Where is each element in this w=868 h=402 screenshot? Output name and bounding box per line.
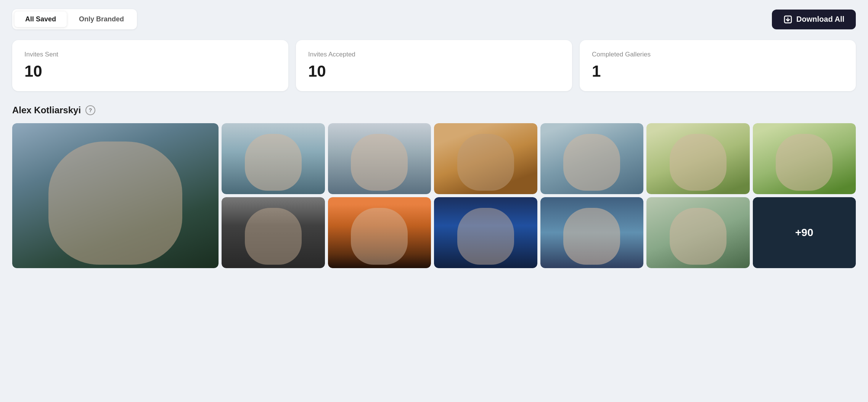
download-all-button[interactable]: Download All: [772, 10, 856, 29]
stats-row: Invites Sent 10 Invites Accepted 10 Comp…: [12, 40, 856, 91]
tab-all-saved[interactable]: All Saved: [14, 11, 67, 27]
photo-5[interactable]: [540, 123, 644, 194]
gallery-person-name: Alex Kotliarskyi: [12, 105, 81, 116]
gallery-section-header: Alex Kotliarskyi ?: [12, 105, 856, 116]
tab-only-branded[interactable]: Only Branded: [68, 11, 135, 27]
stat-label-invites-accepted: Invites Accepted: [308, 51, 560, 58]
more-overlay: +90: [753, 197, 856, 268]
stat-value-invites-accepted: 10: [308, 62, 560, 80]
more-count-label: +90: [795, 227, 813, 239]
photo-10[interactable]: [434, 197, 537, 268]
photo-4[interactable]: [434, 123, 537, 194]
stat-card-completed-galleries: Completed Galleries 1: [580, 40, 856, 91]
download-icon: [783, 15, 792, 24]
photo-large[interactable]: [12, 123, 219, 268]
stat-label-invites-sent: Invites Sent: [24, 51, 276, 58]
photo-grid: +90: [12, 123, 856, 268]
photo-9[interactable]: [328, 197, 431, 268]
photo-6[interactable]: [646, 123, 750, 194]
stat-value-invites-sent: 10: [24, 62, 276, 80]
help-icon[interactable]: ?: [85, 105, 95, 115]
photo-8[interactable]: [222, 197, 325, 268]
top-bar: All Saved Only Branded Download All: [12, 9, 856, 29]
photo-more[interactable]: +90: [753, 197, 856, 268]
stat-card-invites-accepted: Invites Accepted 10: [296, 40, 572, 91]
tab-group: All Saved Only Branded: [12, 9, 137, 29]
photo-12[interactable]: [646, 197, 750, 268]
stat-value-completed-galleries: 1: [592, 62, 844, 80]
photo-2[interactable]: [222, 123, 325, 194]
face-overlay-1: [12, 123, 219, 268]
stat-label-completed-galleries: Completed Galleries: [592, 51, 844, 58]
photo-7[interactable]: [753, 123, 856, 194]
stat-card-invites-sent: Invites Sent 10: [12, 40, 288, 91]
photo-11[interactable]: [540, 197, 644, 268]
photo-3[interactable]: [328, 123, 431, 194]
